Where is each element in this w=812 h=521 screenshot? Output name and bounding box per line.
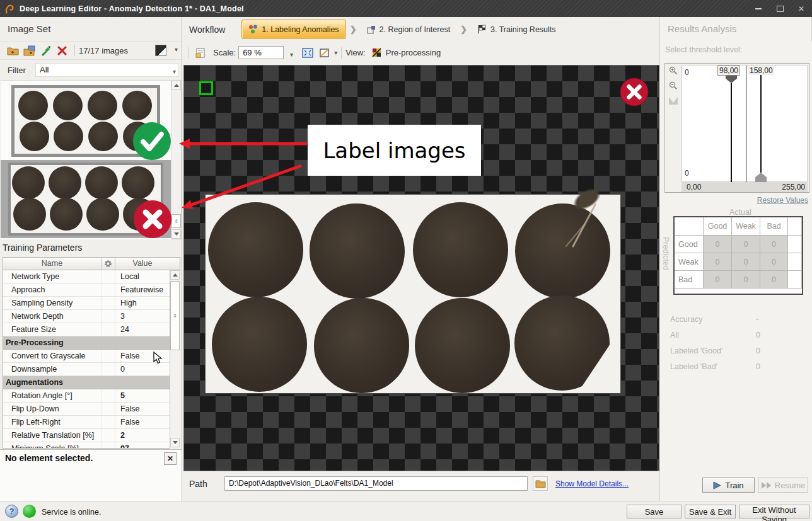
roi-icon — [367, 25, 376, 34]
param-name: Convert to Grayscale — [3, 350, 102, 362]
fit-view-button[interactable] — [300, 45, 315, 60]
param-name: Downsample — [3, 363, 102, 375]
roi-marker[interactable] — [199, 81, 213, 95]
param-value[interactable]: Local — [115, 270, 170, 283]
param-row[interactable]: Feature Size24 — [3, 323, 180, 336]
param-value[interactable]: 97 — [115, 442, 170, 449]
overlay-toggle-button[interactable] — [316, 45, 332, 60]
thumbnail-item-good[interactable] — [1, 81, 171, 160]
matrix-value: 0 — [704, 271, 732, 289]
param-row[interactable]: Flip Up-DownFalse — [3, 403, 180, 416]
thumbnail-list — [1, 80, 171, 239]
image-canvas[interactable]: Label images — [183, 65, 659, 471]
display-mode-dropdown[interactable]: ▾ — [175, 46, 178, 53]
triangle-up-icon — [174, 84, 179, 87]
add-images-button[interactable] — [21, 43, 37, 58]
param-value[interactable]: High — [115, 297, 170, 309]
scroll-down-button[interactable] — [171, 229, 181, 239]
path-input[interactable]: D:\Depot\AdaptiveVision_DLao\Felts\DA1_M… — [224, 476, 528, 491]
param-value[interactable]: False — [115, 416, 170, 428]
show-model-details-link[interactable]: Show Model Details... — [555, 479, 629, 488]
annotation-box: Label images — [308, 125, 481, 176]
close-button[interactable]: ✕ — [796, 4, 807, 13]
browse-folder-button[interactable] — [533, 476, 548, 491]
param-value[interactable]: 0 — [115, 363, 170, 375]
param-row[interactable]: Downsample0 — [3, 363, 180, 376]
param-row[interactable]: ApproachFeaturewise — [3, 283, 180, 297]
restore-values-link[interactable]: Restore Values — [757, 196, 808, 205]
gear-icon[interactable] — [102, 258, 115, 270]
thumbnail-scrollbar[interactable]: ⇕ — [171, 80, 182, 239]
scroll-up-button[interactable] — [171, 81, 181, 90]
tab-labeling-anomalies[interactable]: 1. Labeling Anomalies — [241, 20, 345, 39]
label-good-badge[interactable] — [133, 122, 171, 160]
scroll-up-button[interactable] — [170, 270, 180, 280]
param-row[interactable]: Minimum Scale [%]97 — [3, 442, 180, 449]
param-value[interactable]: 24 — [115, 323, 170, 336]
image-count: 17/17 images — [79, 46, 128, 55]
param-row[interactable]: Flip Left-RightFalse — [3, 416, 180, 429]
param-row[interactable]: Relative Translation [%]2 — [3, 429, 180, 442]
exit-without-saving-button[interactable]: Exit Without Saving — [739, 505, 809, 518]
param-value[interactable]: 5 — [115, 389, 170, 402]
filter-label: Filter — [8, 66, 35, 75]
connect-images-button[interactable] — [38, 43, 53, 58]
param-value[interactable]: 3 — [115, 310, 170, 323]
clear-selection-button[interactable]: ✕ — [164, 452, 177, 465]
save-and-exit-button[interactable]: Save & Exit — [685, 505, 736, 518]
matrix-value: 0 — [704, 236, 732, 253]
param-row[interactable]: Network Depth3 — [3, 310, 180, 323]
matrix-col-header: Good — [704, 217, 732, 236]
train-button[interactable]: Train — [702, 478, 755, 493]
scrollbar-thumb[interactable]: ⇕ — [171, 214, 181, 228]
resume-label: Resume — [775, 481, 805, 490]
param-row[interactable]: Rotation Angle [°]5 — [3, 389, 180, 403]
maximize-button[interactable] — [774, 6, 786, 12]
check-icon — [133, 122, 171, 160]
filter-select[interactable]: All ▾ — [35, 63, 179, 77]
scale-select[interactable]: 69 % ▾ — [238, 46, 284, 59]
param-row[interactable]: Network TypeLocal — [3, 270, 180, 283]
threshold-mid-line — [746, 66, 746, 183]
threshold-high-handle[interactable] — [755, 173, 767, 182]
minimize-button[interactable] — [753, 8, 764, 9]
titlebar[interactable]: Deep Learning Editor - Anomaly Detection… — [0, 0, 812, 17]
remove-image-button[interactable] — [54, 43, 69, 58]
tab-training-results[interactable]: 3. Training Results — [471, 20, 562, 39]
annotations-button[interactable] — [193, 45, 208, 60]
params-scrollbar[interactable]: ⇕ — [170, 270, 180, 449]
label-bad-badge[interactable] — [134, 200, 171, 238]
help-icon[interactable]: ? — [5, 505, 18, 518]
resume-button[interactable]: Resume — [758, 478, 808, 493]
scroll-down-button[interactable] — [170, 438, 180, 447]
tab-region-of-interest[interactable]: 2. Region of Interest — [361, 20, 457, 39]
zoom-out-button[interactable] — [669, 81, 678, 93]
display-mode-button[interactable] — [155, 45, 166, 56]
folder-images-icon — [23, 45, 35, 56]
status-bar: ? Service is online. Save Save & Exit Ex… — [0, 501, 812, 521]
fit-histogram-button[interactable] — [668, 96, 678, 108]
x-axis-min: 0,00 — [687, 183, 701, 192]
view-mode-icon[interactable] — [369, 45, 385, 60]
param-name: Flip Left-Right — [3, 416, 102, 428]
y-axis-bottom: 0 — [685, 169, 689, 178]
stat-all: All 0 — [660, 328, 812, 344]
actual-label: Actual — [729, 208, 751, 217]
param-section-preprocessing: Pre-Processing — [3, 336, 180, 350]
threshold-label: Select threshold level: — [665, 45, 742, 54]
save-button[interactable]: Save — [627, 505, 682, 518]
reject-marker[interactable] — [620, 77, 649, 106]
overlay-dropdown[interactable]: ▾ — [334, 49, 337, 56]
deep-learning-editor-window: Deep Learning Editor - Anomaly Detection… — [0, 0, 812, 521]
add-folder-button[interactable] — [5, 43, 20, 58]
scrollbar-thumb[interactable]: ⇕ — [170, 281, 180, 350]
zoom-in-button[interactable] — [669, 66, 678, 77]
thumbnail-item-bad[interactable] — [1, 160, 171, 238]
param-value[interactable]: 2 — [115, 429, 170, 442]
histogram-tools — [665, 64, 681, 133]
param-row[interactable]: Sampling DensityHigh — [3, 297, 180, 310]
histogram-chart[interactable]: 0 0 — [682, 65, 808, 182]
image-set-title: Image Set — [0, 17, 182, 34]
param-value[interactable]: Featurewise — [115, 283, 170, 296]
param-value[interactable]: False — [115, 403, 170, 415]
